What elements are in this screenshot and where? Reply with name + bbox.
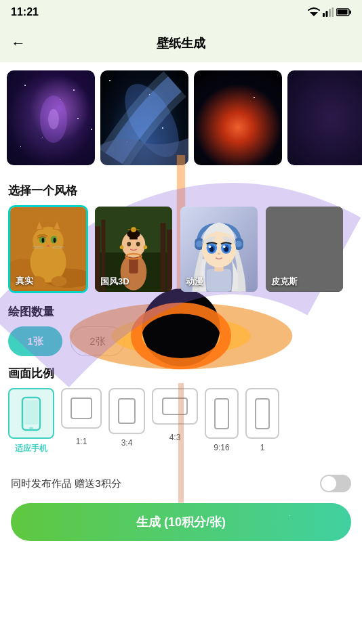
svg-point-27 xyxy=(42,238,45,243)
svg-rect-59 xyxy=(207,269,232,292)
publish-toggle[interactable] xyxy=(320,475,351,492)
svg-point-57 xyxy=(196,240,203,247)
style-label-anime: 动漫 xyxy=(186,276,203,288)
style-card-real[interactable]: 真实 xyxy=(8,205,88,293)
svg-point-58 xyxy=(235,240,242,247)
svg-point-69 xyxy=(223,245,226,248)
svg-point-49 xyxy=(127,242,131,246)
banner-scroll[interactable] xyxy=(0,62,362,173)
svg-point-68 xyxy=(209,245,212,248)
style-card-pixel[interactable]: 皮克斯 xyxy=(264,205,344,293)
style-card-guofeng[interactable]: 国风3D xyxy=(94,205,174,293)
svg-point-52 xyxy=(143,245,147,249)
svg-rect-41 xyxy=(167,230,172,292)
style-scroll[interactable]: 真实 xyxy=(8,205,354,296)
svg-point-35 xyxy=(52,276,67,286)
style-label-real: 真实 xyxy=(16,275,33,287)
svg-point-20 xyxy=(33,227,64,255)
style-label-pixel: 皮克斯 xyxy=(271,276,298,288)
svg-rect-40 xyxy=(161,223,166,291)
style-card-anime[interactable]: 动漫 xyxy=(179,205,259,293)
svg-point-50 xyxy=(136,242,140,246)
style-label-guofeng: 国风3D xyxy=(100,276,129,288)
svg-rect-38 xyxy=(95,226,100,292)
svg-point-70 xyxy=(218,253,220,255)
banner-image-4[interactable] xyxy=(287,70,362,165)
svg-point-51 xyxy=(120,245,124,249)
svg-point-28 xyxy=(54,238,56,243)
